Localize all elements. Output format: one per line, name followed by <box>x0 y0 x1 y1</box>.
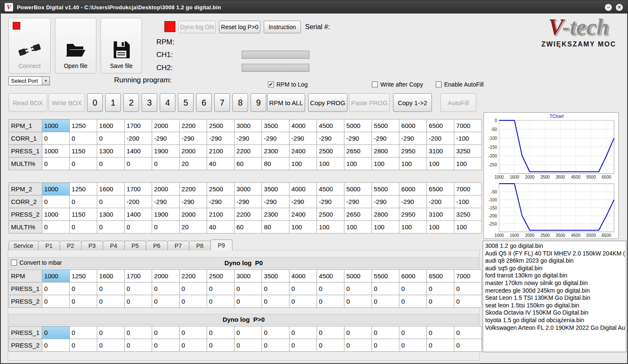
cell[interactable]: -290 <box>179 132 207 145</box>
cell[interactable]: 0 <box>179 295 207 308</box>
close-button[interactable]: ✕ <box>615 3 623 11</box>
cell[interactable]: 3000 <box>234 183 262 196</box>
cell[interactable]: 0 <box>97 295 124 308</box>
cell[interactable]: 80 <box>262 158 289 170</box>
cell[interactable]: 100 <box>371 221 399 234</box>
cell[interactable]: -290 <box>207 132 234 145</box>
digit-button-7[interactable]: 7 <box>214 93 230 112</box>
cell[interactable]: 100 <box>426 221 454 234</box>
cell[interactable]: 2200 <box>179 183 207 196</box>
cell[interactable]: 0 <box>152 339 179 352</box>
cell[interactable]: 3500 <box>262 120 289 132</box>
cell[interactable]: 0 <box>152 326 179 339</box>
cell[interactable]: -290 <box>179 196 207 208</box>
file-list-item[interactable]: Volkswagen Arteon FL 2.0 190KM 2022 Go D… <box>483 324 626 332</box>
cell[interactable]: 0 <box>399 326 426 339</box>
cell[interactable]: 2400 <box>289 145 317 158</box>
cell[interactable]: 0 <box>399 295 426 308</box>
digit-button-9[interactable]: 9 <box>251 93 266 112</box>
cell[interactable]: 0 <box>152 283 179 295</box>
cell[interactable]: 0 <box>42 295 69 308</box>
cell[interactable]: 2000 <box>152 120 179 132</box>
cell[interactable]: -290 <box>152 132 179 145</box>
cell[interactable]: 1000 <box>42 270 69 283</box>
tab-p8[interactable]: P8 <box>189 241 211 250</box>
cell[interactable]: -200 <box>426 196 454 208</box>
cell[interactable]: 7000 <box>454 270 481 283</box>
cell[interactable]: 2950 <box>399 208 426 221</box>
cell[interactable]: 0 <box>289 326 317 339</box>
cell[interactable]: 100 <box>317 158 344 170</box>
file-list-item[interactable]: Skoda Octavia IV 150KM Go Digital.bin <box>483 309 626 317</box>
cell[interactable]: 4000 <box>289 120 317 132</box>
cell[interactable]: 0 <box>207 283 234 295</box>
cell[interactable]: 2200 <box>179 120 207 132</box>
cell[interactable]: 1900 <box>152 145 179 158</box>
cell[interactable]: 1400 <box>124 208 152 221</box>
cell[interactable]: 2650 <box>344 208 371 221</box>
tab-p3[interactable]: P3 <box>81 241 103 250</box>
cell[interactable]: 6500 <box>426 183 454 196</box>
cell[interactable]: -200 <box>426 132 454 145</box>
cell[interactable]: 0 <box>69 295 97 308</box>
cell[interactable]: 2400 <box>289 208 317 221</box>
cell[interactable]: 5500 <box>371 183 399 196</box>
file-list-item[interactable]: Audi Q5 II (FY FL) 40 TDI MHEV 2.0 150kW… <box>483 250 626 258</box>
cell[interactable]: 3500 <box>262 183 289 196</box>
cell[interactable]: 0 <box>344 326 371 339</box>
cell[interactable]: 1700 <box>124 183 152 196</box>
cell[interactable]: 0 <box>234 283 262 295</box>
digit-button-0[interactable]: 0 <box>87 93 103 112</box>
file-list-item[interactable]: ford transit 130km go digital.bin <box>483 272 626 280</box>
cell[interactable]: -290 <box>371 196 399 208</box>
cell[interactable]: 2300 <box>262 208 289 221</box>
cell[interactable]: 100 <box>426 158 454 170</box>
cell[interactable]: 0 <box>371 326 399 339</box>
cell[interactable]: 0 <box>97 221 124 234</box>
cell[interactable]: 0 <box>179 339 207 352</box>
file-list-item[interactable]: audi q8 286km 2023 go digital.bin <box>483 257 626 265</box>
paste-prog-button[interactable]: Paste PROG <box>349 93 390 112</box>
cell[interactable]: 0 <box>454 326 481 339</box>
cell[interactable]: 3500 <box>262 270 289 283</box>
cell[interactable]: 0 <box>69 158 97 170</box>
cell[interactable]: 1400 <box>124 145 152 158</box>
cell[interactable]: 0 <box>124 339 152 352</box>
tab-p1[interactable]: P1 <box>38 241 60 250</box>
cell[interactable]: 0 <box>262 339 289 352</box>
cell[interactable]: 1000 <box>42 120 69 132</box>
instruction-button[interactable]: Instruction <box>264 21 301 33</box>
cell[interactable]: 0 <box>399 339 426 352</box>
tab-p5[interactable]: P5 <box>124 241 146 250</box>
cell[interactable]: 0 <box>399 283 426 295</box>
cell[interactable]: 5000 <box>344 120 371 132</box>
cell[interactable]: 1250 <box>69 183 97 196</box>
cell[interactable]: 1600 <box>97 270 124 283</box>
cell[interactable]: 3250 <box>454 208 481 221</box>
cell[interactable]: 0 <box>152 158 179 170</box>
cell[interactable]: 1300 <box>97 208 124 221</box>
cell[interactable]: 0 <box>426 295 454 308</box>
cell[interactable]: 0 <box>317 295 344 308</box>
cell[interactable]: 4500 <box>317 270 344 283</box>
cell[interactable]: 40 <box>207 158 234 170</box>
cell[interactable]: 2100 <box>207 208 234 221</box>
cell[interactable]: 100 <box>344 158 371 170</box>
cell[interactable]: -290 <box>262 196 289 208</box>
tab-p9[interactable]: P9 <box>210 239 232 250</box>
cell[interactable]: 20 <box>179 158 207 170</box>
cell[interactable]: 2200 <box>234 208 262 221</box>
cell[interactable]: 4500 <box>317 120 344 132</box>
open-file-button[interactable]: Open file <box>55 18 96 73</box>
dyno-log-on-button[interactable]: Dyno log ON <box>178 21 216 33</box>
tab-service[interactable]: Service <box>8 241 38 250</box>
cell[interactable]: 1600 <box>97 183 124 196</box>
copy-prog-button[interactable]: Copy PROG <box>308 93 347 112</box>
cell[interactable]: 0 <box>262 326 289 339</box>
cell[interactable]: 0 <box>69 283 97 295</box>
cell[interactable]: 0 <box>124 283 152 295</box>
file-list-item[interactable]: seat leon 1.5tsi 150km go digital.bin <box>483 302 626 310</box>
cell[interactable]: 0 <box>42 283 69 295</box>
cell[interactable]: -290 <box>344 196 371 208</box>
tab-p7[interactable]: P7 <box>167 241 189 250</box>
